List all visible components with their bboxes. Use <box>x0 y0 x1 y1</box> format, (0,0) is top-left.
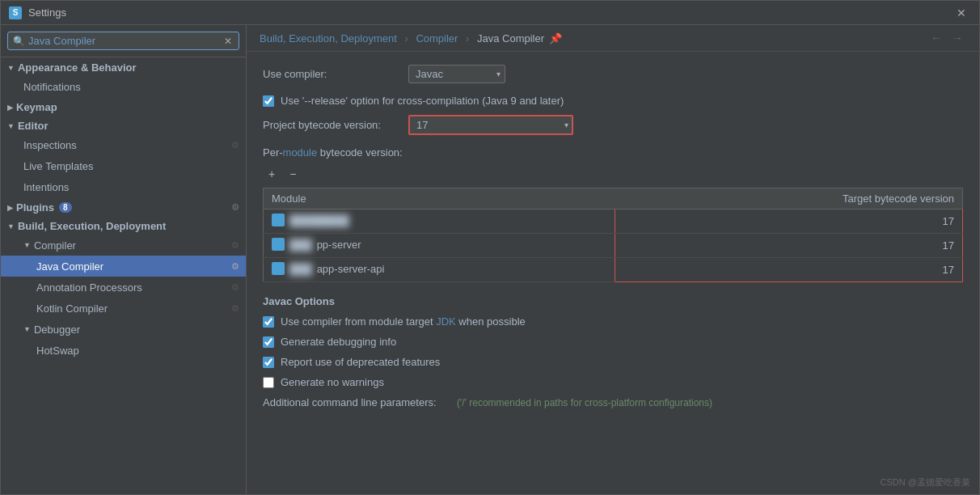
sidebar-item-annotation-processors[interactable]: Annotation Processors ⚙ <box>1 277 246 298</box>
javac-option-1: Use compiler from module target JDK when… <box>263 315 963 328</box>
pin-icon[interactable]: 📌 <box>549 32 562 44</box>
javac-options-section: Javac Options Use compiler from module t… <box>263 295 963 408</box>
module-col-header: Module <box>264 188 615 209</box>
table-toolbar: + − <box>263 165 963 183</box>
release-option-text: Use '--release' option for cross-compila… <box>281 95 564 107</box>
sidebar-item-label: Java Compiler <box>36 260 103 273</box>
sidebar-item-label: Live Templates <box>23 160 93 172</box>
sidebar-item-label: Intentions <box>23 181 69 193</box>
module-icon-wrap: ████████ <box>272 214 349 226</box>
per-module-label: Per-module bytecode version: <box>263 146 963 159</box>
release-option-label: Use '--release' option for cross-compila… <box>281 95 564 107</box>
sidebar-item-editor[interactable]: ▼ Editor <box>1 116 246 134</box>
expand-arrow: ▼ <box>7 222 15 231</box>
add-module-button[interactable]: + <box>263 165 281 183</box>
sidebar-item-java-compiler[interactable]: Java Compiler ⚙ <box>1 256 246 277</box>
panel-content: Use compiler: Javac Eclipse Ajc ▾ Us <box>247 52 979 494</box>
sidebar-item-inspections[interactable]: Inspections ⚙ <box>1 134 246 155</box>
kotlin-compiler-row: Kotlin Compiler ⚙ <box>36 302 239 315</box>
per-module-text: Per-module bytecode version: <box>263 146 403 159</box>
settings-icon: ⚙ <box>231 240 239 251</box>
search-input-wrap[interactable]: 🔍 ✕ <box>7 32 239 50</box>
sidebar-item-compiler[interactable]: ▼ Compiler ⚙ <box>1 235 246 256</box>
expand-arrow: ▼ <box>7 64 15 72</box>
inspections-row: Inspections ⚙ <box>23 139 239 151</box>
use-compiler-select-wrap: Javac Eclipse Ajc ▾ <box>408 65 505 83</box>
javac-option-checkbox-2[interactable] <box>263 336 274 348</box>
target-bytecode-cell: 17 <box>615 258 963 282</box>
javac-option-label-1: Use compiler from module target JDK when… <box>281 315 526 328</box>
main-panel: Build, Execution, Deployment › Compiler … <box>247 25 979 494</box>
sidebar-item-hotswap[interactable]: HotSwap <box>1 340 246 361</box>
remove-module-button[interactable]: − <box>284 165 302 183</box>
sidebar-item-plugins[interactable]: ▶ Plugins 8 ⚙ <box>1 197 246 216</box>
search-icon: 🔍 <box>13 36 25 47</box>
sidebar-item-label: Editor <box>18 120 49 132</box>
use-compiler-row: Use compiler: Javac Eclipse Ajc ▾ <box>263 65 963 83</box>
module-prefix: ███ <box>289 239 312 251</box>
sidebar-item-debugger[interactable]: ▼ Debugger <box>1 319 246 340</box>
sidebar-item-label: Compiler <box>34 239 76 252</box>
nav-forward-button[interactable]: → <box>948 32 966 44</box>
sidebar-item-label: Build, Execution, Deployment <box>18 220 166 232</box>
compiler-row: ▼ Compiler ⚙ <box>23 239 239 252</box>
search-box: 🔍 ✕ <box>1 25 246 57</box>
javac-options-title: Javac Options <box>263 295 963 307</box>
target-bytecode-col-header: Target bytecode version <box>615 188 963 209</box>
javac-option-label-4: Generate no warnings <box>281 376 384 388</box>
breadcrumb-link-2[interactable]: Compiler <box>416 32 458 44</box>
breadcrumb-sep-1: › <box>404 32 411 44</box>
module-name-cell: ███pp-server <box>264 234 615 258</box>
javac-option-checkbox-4[interactable] <box>263 377 274 388</box>
breadcrumb: Build, Execution, Deployment › Compiler … <box>247 25 979 52</box>
breadcrumb-current: Java Compiler <box>477 32 544 44</box>
settings-icon: ⚙ <box>231 261 239 272</box>
watermark: CSDN @孟德爱吃香菜 <box>881 476 970 489</box>
release-option-row: Use '--release' option for cross-compila… <box>263 95 963 107</box>
breadcrumb-sep-2: › <box>466 32 472 44</box>
sidebar-item-appearance-behavior[interactable]: ▼ Appearance & Behavior <box>1 57 246 76</box>
additional-params-label: Additional command line parameters: <box>263 396 449 408</box>
module-prefix: ███ <box>289 263 312 275</box>
release-option-checkbox[interactable] <box>263 95 274 107</box>
javac-option-2: Generate debugging info <box>263 336 963 348</box>
use-compiler-select[interactable]: Javac Eclipse Ajc <box>408 65 505 83</box>
bytecode-version-row: Project bytecode version: ▾ <box>263 115 963 135</box>
table-row: ████████ 17 <box>264 209 963 234</box>
additional-params-row: Additional command line parameters: ('/'… <box>263 396 963 408</box>
bytecode-version-input[interactable] <box>408 115 573 135</box>
module-table: Module Target bytecode version ████████ <box>263 188 963 282</box>
breadcrumb-link-1[interactable]: Build, Execution, Deployment <box>260 32 397 44</box>
javac-option-checkbox-3[interactable] <box>263 357 274 368</box>
close-button[interactable]: ✕ <box>952 5 971 21</box>
javac-option-label-2: Generate debugging info <box>281 336 396 348</box>
search-clear-button[interactable]: ✕ <box>222 36 234 47</box>
search-input[interactable] <box>28 35 222 47</box>
module-name-cell: ███app-server-api <box>264 258 615 282</box>
sidebar-item-label: Inspections <box>23 139 77 151</box>
breadcrumb-nav: ← → <box>927 32 966 44</box>
bytecode-version-wrap: ▾ <box>408 115 573 135</box>
javac-option-checkbox-1[interactable] <box>263 316 274 328</box>
module-suffix: pp-server <box>317 239 361 251</box>
app-icon: S <box>9 6 22 19</box>
title-bar: S Settings ✕ <box>1 1 979 25</box>
sidebar-item-live-templates[interactable]: Live Templates <box>1 155 246 176</box>
sidebar-item-label: Debugger <box>34 324 80 336</box>
expand-arrow: ▶ <box>7 204 13 212</box>
nav-back-button[interactable]: ← <box>927 32 945 44</box>
expand-arrow: ▶ <box>7 104 13 112</box>
sidebar-item-label: HotSwap <box>36 345 79 357</box>
sidebar-item-label: Keymap <box>16 101 57 113</box>
sidebar-item-build-execution-deployment[interactable]: ▼ Build, Execution, Deployment <box>1 216 246 235</box>
sidebar-item-keymap[interactable]: ▶ Keymap <box>1 97 246 116</box>
plugins-badge: 8 <box>59 202 72 213</box>
sidebar-item-kotlin-compiler[interactable]: Kotlin Compiler ⚙ <box>1 298 246 319</box>
sidebar-item-intentions[interactable]: Intentions <box>1 176 246 197</box>
bytecode-version-label: Project bytecode version: <box>263 119 408 131</box>
nav-tree: ▼ Appearance & Behavior Notifications ▶ … <box>1 57 246 494</box>
sidebar-item-label: Appearance & Behavior <box>18 61 137 74</box>
sidebar-item-notifications[interactable]: Notifications <box>1 76 246 97</box>
settings-icon: ⚙ <box>231 282 239 293</box>
sidebar-item-label: Plugins <box>16 201 54 214</box>
